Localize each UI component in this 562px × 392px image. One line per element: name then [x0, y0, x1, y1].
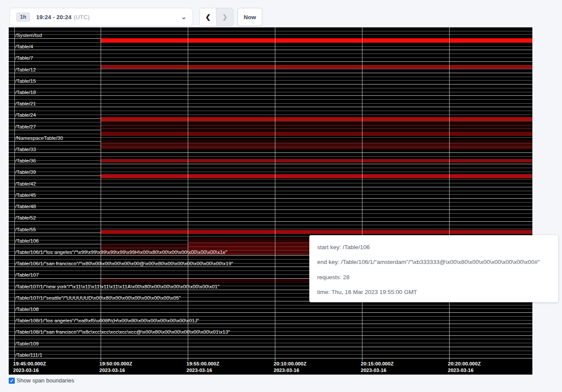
span-boundary-line: [9, 172, 532, 172]
span-boundary-line: [9, 99, 532, 100]
span-boundary-line: [9, 198, 532, 199]
time-bucket-line: [275, 27, 275, 358]
chevron-right-icon: ❯: [222, 13, 228, 21]
span-boundary-line: [9, 217, 532, 218]
heat-band: [101, 65, 532, 69]
next-range-button[interactable]: ❯: [217, 8, 233, 26]
span-tooltip: start key: /Table/106 end key: /Table/10…: [309, 235, 558, 302]
row-label: /Table/24: [15, 112, 36, 118]
row-label: /Table/111/1: [15, 352, 42, 358]
span-boundary-line: [9, 88, 532, 88]
row-label: /Table/33: [15, 147, 36, 152]
row-label: /NamespaceTable/30: [15, 135, 63, 141]
show-span-boundaries-label[interactable]: Show span boundaries: [17, 377, 74, 384]
row-label: /Table/48: [15, 204, 36, 210]
span-boundary-line: [9, 210, 532, 210]
heat-band: [101, 121, 532, 132]
span-boundary-line: [9, 335, 532, 336]
span-boundary-line: [9, 164, 532, 164]
row-label: /Table/108/1/"los angeles"/"\xa8\xf5\u00…: [15, 318, 199, 324]
row-label: /Table/18: [15, 90, 36, 95]
previous-range-button[interactable]: ❮: [200, 8, 217, 26]
time-bucket-line: [101, 27, 101, 358]
span-boundary-line: [9, 187, 532, 187]
span-boundary-line: [9, 225, 532, 225]
row-label: /Table/108: [15, 307, 39, 312]
row-label: /Table/4: [15, 44, 33, 50]
heat-band: [101, 174, 532, 178]
tooltip-time: time: Thu, 16 Mar 2023 19:55:00 GMT: [317, 284, 550, 296]
span-boundary-line: [9, 229, 532, 229]
time-range-zone: (UTC): [74, 14, 90, 20]
heat-band: [101, 38, 532, 43]
span-boundary-line: [9, 328, 532, 328]
span-boundary-line: [9, 168, 532, 168]
chevron-left-icon: ❮: [205, 13, 211, 21]
show-span-boundaries-checkbox[interactable]: ✓: [9, 378, 15, 384]
span-boundary-line: [9, 152, 532, 153]
span-boundary-line: [9, 31, 532, 31]
time-pager: ❮ ❯: [200, 8, 234, 26]
axis-tick-label: 19:45:00.000Z2023-03-16: [13, 361, 46, 374]
time-axis: 19:45:00.000Z2023-03-1619:50:00.000Z2023…: [9, 358, 532, 375]
axis-tick-label: 20:15:00.000Z2023-03-16: [361, 361, 393, 374]
heat-band: [101, 117, 532, 121]
row-label: /Table/45: [15, 193, 36, 198]
axis-tick-label: 19:50:00.000Z2023-03-16: [99, 361, 132, 374]
key-visualizer-heatmap[interactable]: /System/tsd/Table/4/Table/7/Table/12/Tab…: [9, 27, 532, 375]
span-boundary-line: [9, 305, 532, 305]
time-bucket-line: [14, 27, 15, 358]
time-range-text: 19:24 - 20:24: [36, 14, 71, 20]
row-label: /Table/109: [15, 341, 39, 347]
row-label: /Table/106/1/"san francisco"/"\x80\x00\x…: [15, 261, 233, 267]
row-label: /Table/107/1/"seattle"/"UUUUUUD\x00\x80\…: [15, 295, 181, 301]
span-boundary-line: [9, 27, 532, 27]
span-boundary-line: [9, 312, 532, 313]
time-range-badge: 1h: [16, 12, 30, 22]
span-boundary-line: [9, 50, 532, 50]
row-label: /Table/106: [15, 238, 39, 244]
row-label: /Table/7: [15, 55, 33, 61]
span-boundary-line: [9, 46, 532, 47]
row-label: /Table/21: [15, 101, 36, 107]
time-range-selector[interactable]: 1h 19:24 - 20:24 (UTC) ⌄: [10, 8, 193, 26]
span-boundary-line: [9, 115, 532, 115]
row-label: /System/tsd: [15, 33, 42, 38]
span-boundary-line: [9, 111, 532, 111]
span-boundary-line: [9, 347, 532, 347]
row-label: /Table/27: [15, 124, 36, 130]
chevron-down-icon: ⌄: [181, 15, 186, 19]
row-label: /Table/36: [15, 158, 36, 164]
span-boundary-line: [9, 69, 532, 69]
axis-tick-label: 19:55:00.000Z2023-03-16: [186, 361, 219, 374]
span-boundary-line: [9, 202, 532, 203]
span-boundary-line: [9, 308, 532, 309]
span-boundary-line: [9, 73, 532, 73]
now-button[interactable]: Now: [237, 8, 262, 26]
axis-tick-label: 20:10:00.000Z2023-03-16: [274, 361, 306, 374]
span-boundary-line: [9, 206, 532, 206]
row-label: /Table/107/1/"new york"/"\x11\x11\x11\x1…: [15, 284, 220, 290]
span-boundary-line: [9, 61, 532, 62]
span-boundary-line: [9, 351, 532, 351]
heat-band: [101, 143, 532, 149]
tooltip-requests: requests: 28: [317, 270, 550, 281]
span-boundary-line: [9, 316, 532, 317]
span-boundary-line: [9, 194, 532, 195]
span-boundary-line: [9, 95, 532, 96]
heat-band: [101, 132, 532, 136]
span-boundary-line: [9, 343, 532, 343]
span-boundary-line: [9, 354, 532, 355]
span-boundary-line: [9, 213, 532, 214]
span-boundary-line: [9, 183, 532, 183]
span-boundary-line: [9, 57, 532, 58]
span-boundary-line: [9, 34, 532, 35]
row-label: /Table/106/1/"los angeles"/"\x99\x99\x99…: [15, 250, 227, 255]
span-boundary-line: [9, 191, 532, 191]
row-label: /Table/39: [15, 169, 36, 175]
span-boundary-line: [9, 324, 532, 324]
span-boundary-line: [9, 156, 532, 157]
span-boundary-line: [9, 137, 532, 138]
time-bucket-line: [362, 27, 362, 358]
span-boundary-line: [9, 54, 532, 54]
